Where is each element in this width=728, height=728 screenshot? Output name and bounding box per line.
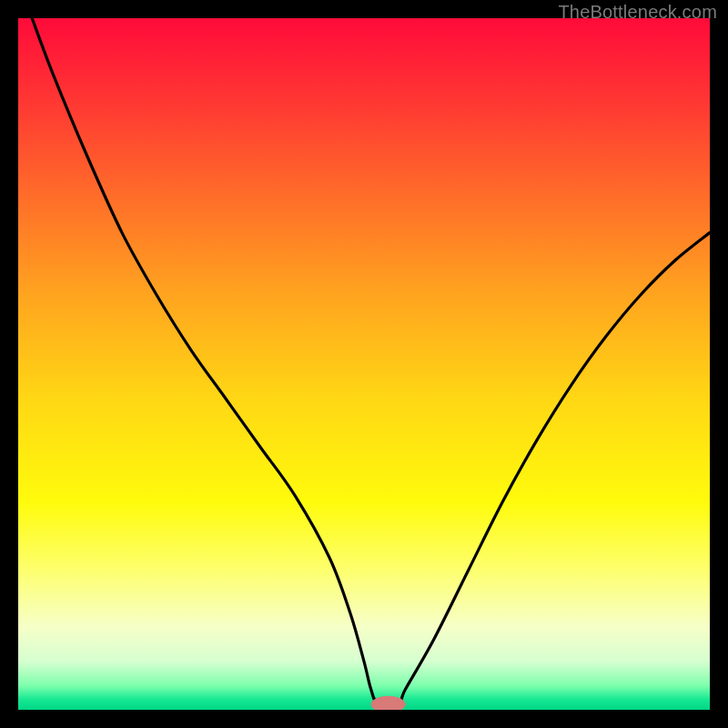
chart-frame: TheBottleneck.com xyxy=(0,0,728,728)
plot-area xyxy=(18,18,710,710)
gradient-background xyxy=(18,18,710,710)
chart-svg xyxy=(18,18,710,710)
